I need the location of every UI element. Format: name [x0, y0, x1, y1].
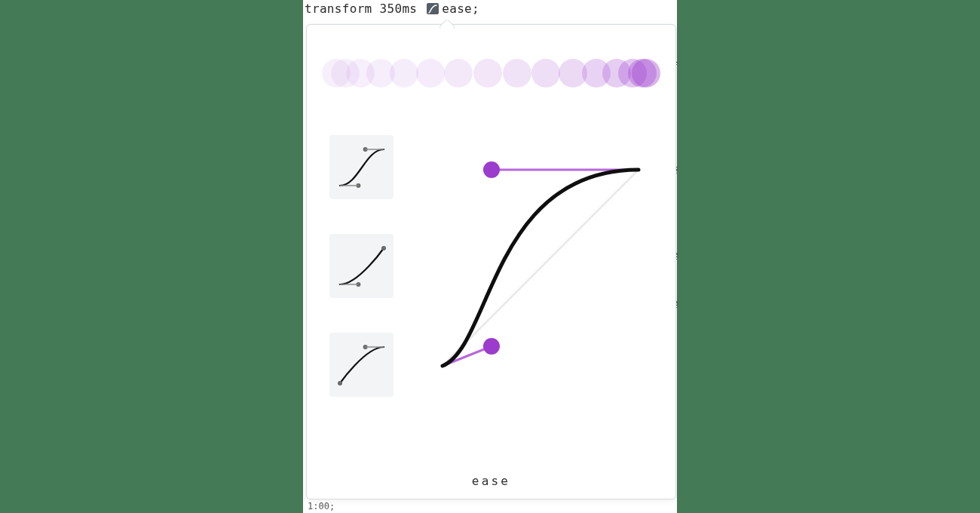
current-curve-label: ease — [307, 474, 675, 488]
bezier-editor-popover: ease — [306, 24, 676, 499]
svg-point-8 — [338, 381, 342, 386]
page-backdrop-right — [677, 0, 980, 513]
bezier-editor[interactable] — [443, 170, 639, 366]
trail-ghost — [444, 59, 473, 88]
trail-ghost — [473, 59, 502, 88]
space — [372, 2, 380, 16]
css-property: transform — [305, 2, 372, 16]
preset-ease-out[interactable] — [329, 333, 394, 397]
linear-guide — [443, 170, 639, 366]
trail-ghost — [531, 59, 560, 88]
control-handle-2[interactable] — [483, 161, 500, 178]
trail-ghost — [416, 59, 445, 88]
css-suffix: ; — [472, 2, 479, 16]
css-declaration: transform 350ms ease ; — [305, 2, 479, 16]
trail-ghost — [632, 59, 660, 88]
preset-ease-in-out[interactable] — [329, 135, 394, 199]
page-backdrop-left — [0, 0, 303, 513]
trail-ghost — [390, 59, 418, 88]
easing-motion-trail — [322, 51, 660, 96]
page-bottom-fragment: 1:00; — [308, 501, 335, 511]
css-timing-function: ease — [442, 2, 472, 16]
svg-point-5 — [381, 246, 386, 250]
preset-ease-in[interactable] — [329, 234, 394, 298]
trail-ghost — [503, 59, 531, 88]
space — [417, 2, 424, 16]
easing-curve-icon[interactable] — [427, 3, 439, 14]
css-duration: 350ms — [380, 2, 418, 16]
popover-caret — [439, 20, 455, 29]
control-handle-1[interactable] — [483, 338, 500, 355]
preset-list — [329, 135, 394, 397]
